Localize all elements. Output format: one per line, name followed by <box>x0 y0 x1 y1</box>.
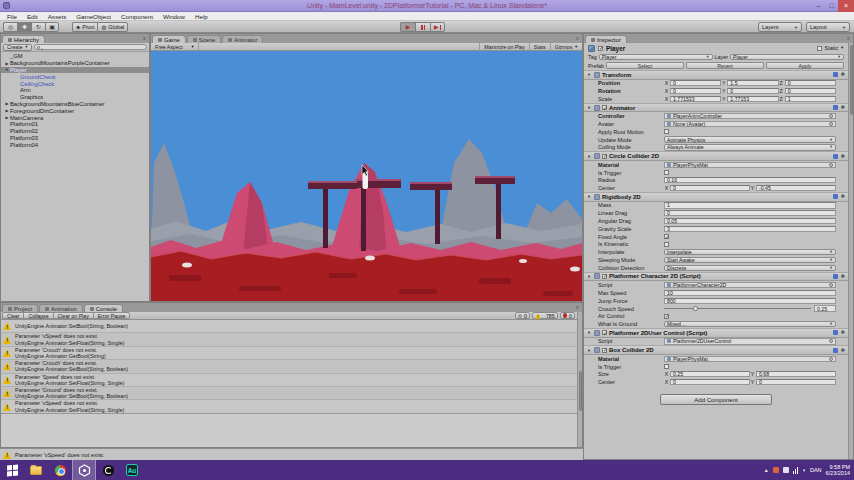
pivot-toggle[interactable]: ◈Pivot <box>72 22 97 32</box>
property-checkbox[interactable] <box>664 129 669 134</box>
hierarchy-item-graphics[interactable]: Graphics <box>1 94 149 101</box>
component-enabled-checkbox[interactable] <box>602 105 607 110</box>
property-dropdown[interactable]: Interpolate▼ <box>664 249 836 256</box>
component-header-transform[interactable]: ▼Transform✱ <box>584 70 848 80</box>
property-dropdown[interactable]: Animate Physics▼ <box>664 136 836 143</box>
value-field[interactable]: 0 <box>670 379 750 385</box>
hierarchy-item-ceilingcheck[interactable]: CeilingCheck <box>1 80 149 87</box>
component-enabled-checkbox[interactable] <box>602 154 607 159</box>
object-picker-icon[interactable] <box>829 357 833 361</box>
fold-arrow-icon[interactable]: ▼ <box>587 194 592 199</box>
console-entry[interactable]: Parameter 'vSpeed' does not exist.UnityE… <box>1 400 582 413</box>
object-picker-icon[interactable] <box>829 283 833 287</box>
clear-button[interactable]: Clear <box>2 312 23 319</box>
value-field[interactable]: 0.05 <box>664 218 836 224</box>
status-bar[interactable]: Parameter 'vSpeed' does not exist. <box>0 448 583 460</box>
fold-arrow-icon[interactable]: ▼ <box>587 105 592 110</box>
console-entry[interactable]: Parameter 'Crouch' does not exist.UnityE… <box>1 360 582 373</box>
console-entry[interactable]: Parameter 'vSpeed' does not exist.UnityE… <box>1 333 582 346</box>
property-dropdown[interactable]: Mixed ...▼ <box>664 321 836 328</box>
value-field[interactable]: 10 <box>664 290 836 296</box>
value-field[interactable]: 1.77153 <box>727 96 778 102</box>
value-field[interactable]: 0 <box>785 80 836 86</box>
tab-hierarchy[interactable]: Hierarchy <box>2 35 45 43</box>
value-field[interactable]: 1 <box>785 96 836 102</box>
unity-taskbar-icon[interactable] <box>72 460 96 480</box>
prefab-revert-button[interactable]: Revert <box>686 62 764 69</box>
layout-dropdown[interactable]: Layout▼ <box>806 22 850 32</box>
hierarchy-item-maincamera[interactable]: ▶MainCamera <box>1 114 149 121</box>
value-field[interactable]: 1 <box>664 202 836 208</box>
component-header-platformer-2duser-control-script[interactable]: ▼Platformer 2DUser Control (Script)✱ <box>584 328 848 338</box>
chrome-taskbar-icon[interactable] <box>48 460 72 480</box>
hierarchy-item-backgroundmountainspurplecontainer[interactable]: ▶BackgroundMountainsPurpleContainer <box>1 60 149 67</box>
gear-icon[interactable]: ✱ <box>840 194 845 199</box>
value-field[interactable]: 0.68 <box>756 371 836 377</box>
fold-arrow-icon[interactable]: ▼ <box>587 274 592 279</box>
menu-window[interactable]: Window <box>158 12 190 21</box>
value-field[interactable]: 0 <box>727 88 778 94</box>
help-icon[interactable] <box>833 72 838 77</box>
panel-menu-icon[interactable]: ≡ <box>143 34 149 43</box>
property-dropdown[interactable]: Always Animate▼ <box>664 144 836 151</box>
clear-on-play-button[interactable]: Clear on Play <box>53 312 93 319</box>
object-field[interactable]: PlatformerCharacter2D <box>664 282 836 288</box>
value-field[interactable]: 0 <box>785 88 836 94</box>
pc-status-icon[interactable] <box>783 467 789 473</box>
object-picker-icon[interactable] <box>829 339 833 343</box>
game-render-area[interactable] <box>151 51 582 301</box>
gear-icon[interactable]: ✱ <box>840 274 845 279</box>
object-name[interactable]: Player <box>606 45 814 52</box>
value-field[interactable]: 0.16 <box>664 177 836 183</box>
help-icon[interactable] <box>833 194 838 199</box>
component-enabled-checkbox[interactable] <box>602 348 607 353</box>
value-field[interactable]: 3 <box>664 226 836 232</box>
help-icon[interactable] <box>833 348 838 353</box>
gear-icon[interactable]: ✱ <box>840 330 845 335</box>
window-titlebar[interactable]: Unity - MainLevel.unity - 2DPlatformerTu… <box>0 0 854 12</box>
gear-icon[interactable]: ✱ <box>840 72 845 77</box>
hierarchy-item-groundcheck[interactable]: GroundCheck <box>1 73 149 80</box>
tab-scene[interactable]: Scene <box>187 35 221 43</box>
value-field[interactable]: 800 <box>664 298 836 304</box>
prefab-select-button[interactable]: Select <box>606 62 684 69</box>
menu-file[interactable]: File <box>2 12 22 21</box>
tab-project[interactable]: Project <box>2 304 38 312</box>
hierarchy-item-foregrounddirtcontainer[interactable]: ▶ForegroundDirtContainer <box>1 107 149 114</box>
value-field[interactable]: -0.45 <box>756 185 836 191</box>
object-field[interactable]: Platformer2DUserControl <box>664 338 836 344</box>
hierarchy-item-arm[interactable]: Arm <box>1 87 149 94</box>
hierarchy-item-platform03[interactable]: Platform03 <box>1 135 149 142</box>
create-button[interactable]: Create▼ <box>3 44 32 51</box>
maximize-button[interactable]: □ <box>825 0 838 12</box>
audition-taskbar-icon[interactable]: Au <box>120 460 144 480</box>
help-icon[interactable] <box>833 274 838 279</box>
hierarchy-search-input[interactable] <box>34 44 147 51</box>
component-header-box-collider-2d[interactable]: ▼Box Collider 2D✱ <box>584 345 848 355</box>
play-button[interactable]: ▶ <box>400 22 415 32</box>
property-checkbox[interactable] <box>664 364 669 369</box>
component-header-animator[interactable]: ▼Animator✱ <box>584 103 848 113</box>
rotate-tool-button[interactable]: ↻ <box>31 22 45 32</box>
property-dropdown[interactable]: Discrete▼ <box>664 265 836 272</box>
object-field[interactable]: PlayerPhysMat <box>664 162 836 168</box>
console-entry[interactable]: UnityEngine.Animator:SetBool(String, Boo… <box>1 320 582 333</box>
value-field[interactable]: 0 <box>670 80 721 86</box>
value-field[interactable]: 0 <box>670 185 750 191</box>
value-field[interactable]: 0 <box>670 88 721 94</box>
global-toggle[interactable]: ◍Global <box>97 22 128 32</box>
hierarchy-item-platform04[interactable]: Platform04 <box>1 141 149 148</box>
component-enabled-checkbox[interactable] <box>602 330 607 335</box>
hierarchy-item-platform02[interactable]: Platform02 <box>1 128 149 135</box>
tab-animator[interactable]: Animator <box>222 35 263 43</box>
panel-menu-icon[interactable]: ≡ <box>847 34 853 43</box>
value-field[interactable]: 0.25 <box>670 371 750 377</box>
tray-app-icon[interactable] <box>773 467 779 473</box>
console-detail-area[interactable] <box>1 413 582 447</box>
inspector-scrollbar-thumb[interactable] <box>850 45 854 115</box>
error-count[interactable]: 0 <box>560 312 575 319</box>
panel-menu-icon[interactable]: ≡ <box>576 303 582 312</box>
value-field[interactable]: 1.771533 <box>670 96 721 102</box>
chevron-down-icon[interactable]: ▼ <box>840 46 844 50</box>
layers-dropdown[interactable]: Layers▼ <box>758 22 802 32</box>
